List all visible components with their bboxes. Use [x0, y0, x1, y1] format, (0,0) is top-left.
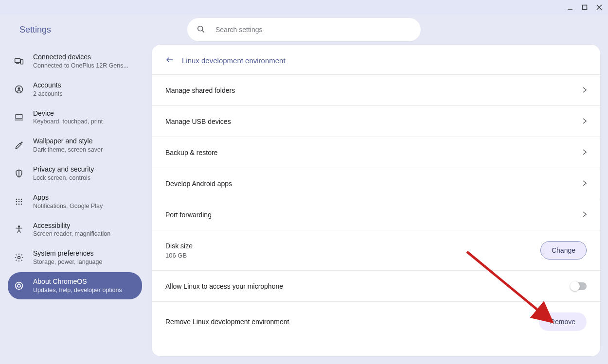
sidebar-item-label: Privacy and security	[33, 165, 94, 174]
account-icon	[14, 84, 24, 95]
sidebar-item-wallpaper[interactable]: Wallpaper and style Dark theme, screen s…	[8, 132, 142, 159]
svg-point-15	[18, 198, 20, 200]
sidebar-item-sublabel: Updates, help, developer options	[33, 286, 122, 295]
sidebar-item-privacy[interactable]: Privacy and security Lock screen, contro…	[8, 160, 142, 187]
svg-point-18	[18, 201, 20, 202]
sidebar-item-label: Connected devices	[33, 52, 128, 62]
search-box[interactable]	[187, 18, 421, 41]
svg-rect-1	[583, 5, 587, 10]
sidebar-item-connected-devices[interactable]: Connected devices Connected to OnePlus 1…	[8, 48, 142, 75]
row-shared-folders[interactable]: Manage shared folders	[152, 74, 600, 105]
sidebar-item-label: Accessibility	[33, 221, 110, 230]
change-disk-button[interactable]: Change	[540, 241, 587, 260]
search-icon	[196, 24, 206, 35]
sidebar-item-sublabel: Keyboard, touchpad, print	[33, 118, 103, 126]
window-maximize-button[interactable]	[581, 3, 589, 11]
accessibility-icon	[14, 224, 24, 235]
apps-grid-icon	[14, 196, 24, 207]
svg-point-4	[198, 26, 203, 31]
chevron-right-icon	[583, 118, 587, 125]
row-port-forwarding[interactable]: Port forwarding	[152, 199, 600, 230]
svg-point-10	[18, 87, 20, 89]
app-title: Settings	[0, 25, 51, 35]
sidebar-item-device[interactable]: Device Keyboard, touchpad, print	[8, 104, 142, 131]
chevron-right-icon	[583, 211, 587, 219]
row-label: Disk size	[165, 242, 193, 250]
svg-point-20	[16, 203, 18, 205]
svg-point-16	[21, 198, 22, 200]
row-label: Develop Android apps	[165, 180, 232, 188]
svg-rect-6	[15, 58, 20, 62]
row-label: Manage shared folders	[165, 87, 235, 94]
sidebar-item-sublabel: Lock screen, controls	[33, 174, 94, 182]
page-header: Linux development environment	[152, 45, 600, 74]
sidebar-item-about[interactable]: About ChromeOS Updates, help, developer …	[8, 272, 142, 299]
sidebar-item-sublabel: Connected to OnePlus 12R Gens...	[33, 62, 128, 70]
search-input[interactable]	[215, 25, 412, 34]
sidebar-item-label: Wallpaper and style	[33, 137, 103, 146]
svg-line-27	[19, 230, 20, 233]
row-disk-size: Disk size 106 GB Change	[152, 230, 600, 270]
row-label: Remove Linux development environment	[165, 318, 289, 326]
settings-sidebar: Connected devices Connected to OnePlus 1…	[8, 45, 142, 356]
laptop-icon	[14, 112, 24, 122]
chevron-right-icon	[583, 87, 587, 94]
sidebar-item-label: Apps	[33, 193, 103, 202]
svg-point-30	[18, 284, 20, 287]
row-label: Backup & restore	[165, 149, 217, 156]
sidebar-item-sublabel: 2 accounts	[33, 90, 62, 98]
svg-point-19	[21, 201, 22, 202]
remove-linux-button[interactable]: Remove	[539, 312, 587, 331]
settings-detail-panel: Linux development environment Manage sha…	[152, 45, 600, 356]
svg-point-23	[18, 226, 20, 227]
devices-icon	[14, 56, 24, 67]
sidebar-item-sublabel: Screen reader, magnification	[33, 230, 110, 238]
sidebar-item-system[interactable]: System preferences Storage, power, langu…	[8, 244, 142, 271]
svg-line-26	[18, 230, 19, 233]
window-minimize-button[interactable]	[566, 3, 574, 11]
row-develop-android[interactable]: Develop Android apps	[152, 168, 600, 199]
microphone-toggle[interactable]	[571, 282, 587, 290]
sidebar-item-sublabel: Notifications, Google Play	[33, 202, 103, 210]
sidebar-item-accounts[interactable]: Accounts 2 accounts	[8, 76, 142, 103]
svg-rect-11	[16, 115, 22, 119]
shield-icon	[14, 168, 24, 179]
svg-point-13	[21, 142, 22, 143]
sidebar-item-sublabel: Storage, power, language	[33, 258, 102, 266]
sidebar-item-label: About ChromeOS	[33, 277, 122, 286]
svg-line-32	[16, 287, 18, 288]
row-remove-linux: Remove Linux development environment Rem…	[152, 301, 600, 342]
app-header: Settings	[0, 15, 608, 45]
row-label: Manage USB devices	[165, 118, 231, 125]
row-usb-devices[interactable]: Manage USB devices	[152, 105, 600, 137]
window-titlebar	[0, 0, 608, 15]
row-microphone-access: Allow Linux to access your microphone	[152, 270, 600, 301]
sidebar-item-accessibility[interactable]: Accessibility Screen reader, magnificati…	[8, 216, 142, 243]
svg-line-33	[20, 287, 22, 288]
sidebar-item-sublabel: Dark theme, screen saver	[33, 146, 103, 154]
sidebar-item-label: System preferences	[33, 249, 102, 258]
svg-point-14	[16, 198, 18, 200]
chevron-right-icon	[583, 180, 587, 188]
sidebar-item-apps[interactable]: Apps Notifications, Google Play	[8, 188, 142, 215]
row-label: Port forwarding	[165, 211, 212, 219]
svg-point-22	[21, 203, 22, 205]
svg-line-5	[202, 30, 204, 32]
chevron-right-icon	[583, 149, 587, 156]
brush-icon	[14, 140, 24, 151]
row-label: Allow Linux to access your microphone	[165, 282, 283, 290]
sidebar-item-label: Device	[33, 109, 103, 118]
svg-point-28	[18, 257, 20, 259]
row-backup-restore[interactable]: Backup & restore	[152, 137, 600, 168]
chrome-icon	[14, 280, 24, 291]
svg-point-17	[16, 201, 18, 202]
svg-rect-8	[20, 60, 23, 64]
sidebar-item-label: Accounts	[33, 81, 62, 90]
gear-icon	[14, 252, 24, 263]
disk-size-value: 106 GB	[165, 252, 193, 259]
window-close-button[interactable]	[595, 3, 603, 11]
back-icon[interactable]	[165, 55, 174, 66]
page-title: Linux development environment	[182, 56, 286, 65]
svg-point-21	[18, 203, 20, 205]
